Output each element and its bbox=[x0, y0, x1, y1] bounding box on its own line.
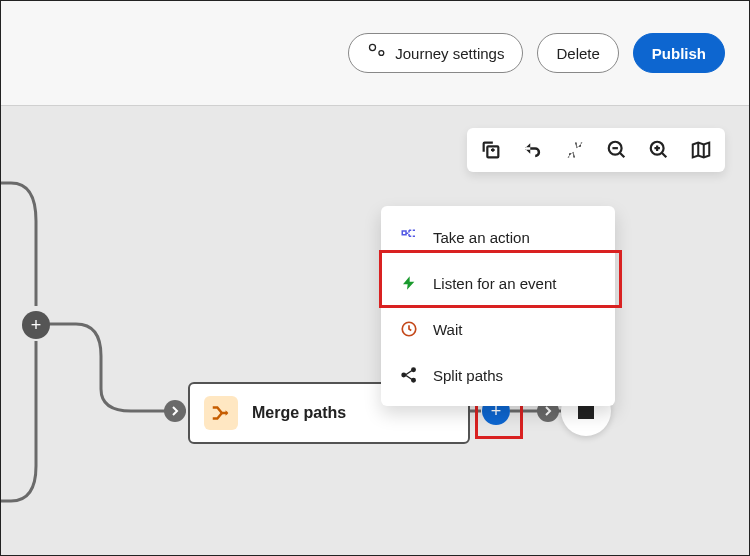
header: Journey settings Delete Publish bbox=[1, 1, 749, 106]
event-icon bbox=[399, 273, 419, 293]
delete-button[interactable]: Delete bbox=[537, 33, 618, 73]
menu-item-label: Split paths bbox=[433, 367, 503, 384]
map-icon[interactable] bbox=[689, 138, 713, 162]
menu-item-split[interactable]: Split paths bbox=[381, 352, 615, 398]
into-node-chevron bbox=[164, 400, 186, 422]
delete-label: Delete bbox=[556, 45, 599, 62]
canvas-toolbar bbox=[467, 128, 725, 172]
copy-icon[interactable] bbox=[479, 138, 503, 162]
zoom-in-icon[interactable] bbox=[647, 138, 671, 162]
publish-button[interactable]: Publish bbox=[633, 33, 725, 73]
menu-item-label: Take an action bbox=[433, 229, 530, 246]
svg-rect-3 bbox=[402, 231, 406, 235]
journey-canvas[interactable]: + Merge paths + Take an action bbox=[1, 106, 749, 555]
zoom-out-icon[interactable] bbox=[605, 138, 629, 162]
connector-lines bbox=[1, 106, 749, 555]
plus-icon: + bbox=[31, 315, 42, 336]
menu-item-label: Wait bbox=[433, 321, 462, 338]
menu-item-action[interactable]: Take an action bbox=[381, 214, 615, 260]
action-icon bbox=[399, 227, 419, 247]
publish-label: Publish bbox=[652, 45, 706, 62]
journey-settings-button[interactable]: Journey settings bbox=[348, 33, 523, 73]
collapse-icon[interactable] bbox=[563, 138, 587, 162]
add-junction-button[interactable]: + bbox=[22, 311, 50, 339]
menu-item-label: Listen for an event bbox=[433, 275, 556, 292]
menu-item-event[interactable]: Listen for an event bbox=[381, 260, 615, 306]
svg-point-5 bbox=[402, 373, 405, 376]
gear-icon bbox=[367, 42, 387, 65]
undo-icon[interactable] bbox=[521, 138, 545, 162]
wait-icon bbox=[399, 319, 419, 339]
add-step-menu: Take an action Listen for an event Wait … bbox=[381, 206, 615, 406]
merge-icon bbox=[204, 396, 238, 430]
node-label: Merge paths bbox=[252, 404, 346, 422]
journey-settings-label: Journey settings bbox=[395, 45, 504, 62]
menu-item-wait[interactable]: Wait bbox=[381, 306, 615, 352]
split-icon bbox=[399, 365, 419, 385]
